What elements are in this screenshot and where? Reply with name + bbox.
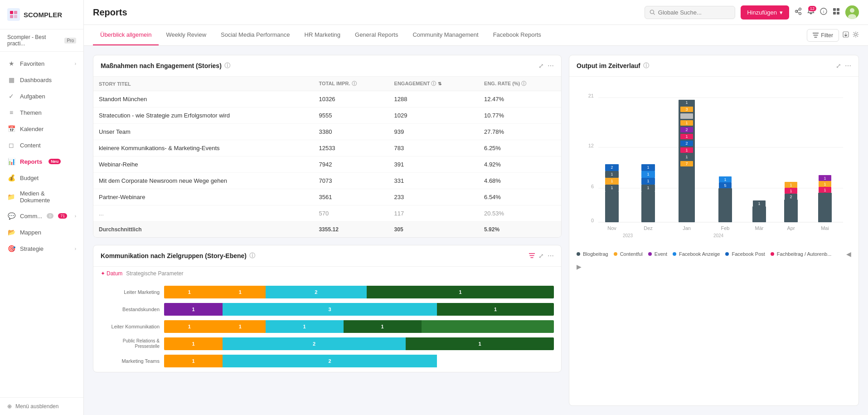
more-output-button[interactable]: ⋯ [845, 62, 851, 69]
tab-general[interactable]: General Reports [348, 25, 405, 45]
svg-text:Nov: Nov [607, 225, 616, 231]
sidebar-item-label: Content [20, 142, 41, 149]
sidebar-item-label: Strategie [20, 245, 44, 252]
hide-menu-button[interactable]: ⊕ Menü ausblenden [7, 403, 76, 410]
sidebar-item-kalender[interactable]: 📅 Kalender [0, 121, 83, 137]
bar-segment: 2 [266, 286, 367, 298]
grid-button[interactable] [833, 8, 840, 17]
bar-segment: 1 [344, 320, 422, 333]
svg-text:Dez: Dez [644, 225, 653, 231]
cell-rate: 6.25% [479, 140, 561, 156]
sidebar-item-strategie[interactable]: 🎯 Strategie › [0, 240, 83, 257]
search-input[interactable] [658, 9, 730, 16]
svg-text:2: 2 [685, 127, 688, 132]
info-button[interactable]: i [820, 8, 827, 17]
cell-eng: 1288 [389, 91, 479, 107]
svg-rect-2 [10, 15, 13, 18]
sidebar-item-content[interactable]: ◻ Content [0, 137, 83, 153]
card-actions: ⤢ ⋯ [538, 62, 554, 69]
search-box[interactable] [645, 6, 735, 19]
svg-text:1: 1 [611, 179, 613, 183]
card-actions: ⤢ ⋯ [836, 62, 851, 69]
content-icon: ◻ [7, 141, 15, 149]
cell-eng: 1029 [389, 107, 479, 124]
tab-facebook[interactable]: Facebook Reports [486, 25, 548, 45]
chart-prev-button[interactable]: ◀ [846, 250, 851, 258]
sort-icon[interactable]: ⇅ [438, 81, 441, 86]
tab-community[interactable]: Community Management [405, 25, 485, 45]
engagement-card-header: Maßnahmen nach Engagement (Stories) ⓘ ⤢ … [93, 55, 561, 77]
zero-badge: 0 [47, 213, 53, 219]
sidebar-item-comm[interactable]: 💬 Comm... 0 71 › [0, 208, 83, 224]
filter-button[interactable]: Filter [807, 29, 839, 42]
sidebar-item-medien[interactable]: 📁 Medien & Dokumente [0, 186, 83, 208]
card-actions: ⤢ ⋯ [529, 252, 554, 259]
svg-rect-10 [833, 12, 836, 15]
svg-text:Apr: Apr [787, 225, 795, 231]
avatar[interactable] [845, 5, 859, 19]
sidebar-item-themen[interactable]: ≡ Themen [0, 104, 83, 121]
expand-output-button[interactable]: ⤢ [836, 62, 841, 69]
sidebar-item-reports[interactable]: 📊 Reports Neu [0, 153, 83, 170]
expand-button[interactable]: ⤢ [538, 62, 544, 69]
table-row: Stratecution - wie Strategie zum Erfolgs… [93, 107, 561, 124]
sidebar-item-favoriten[interactable]: ★ Favoriten › [0, 55, 83, 72]
col-info-icon[interactable]: ⓘ [521, 81, 526, 86]
svg-line-5 [654, 13, 655, 15]
bar-segment: 1 [367, 286, 554, 298]
sidebar-item-aufgaben[interactable]: ✓ Aufgaben [0, 88, 83, 104]
filter-card-button[interactable] [529, 252, 535, 259]
calendar-icon: 📅 [7, 125, 15, 133]
sidebar-item-label: Comm... [20, 213, 42, 220]
left-column: Maßnahmen nach Engagement (Stories) ⓘ ⤢ … [93, 55, 562, 406]
sidebar-item-label: Favoriten [20, 60, 44, 67]
cell-eng: 117 [389, 205, 479, 222]
tab-social[interactable]: Social Media Performance [213, 25, 297, 45]
tab-uberblick[interactable]: Überblick allgemein [93, 25, 159, 45]
settings-button[interactable] [853, 31, 859, 39]
tab-hr[interactable]: HR Marketing [297, 25, 348, 45]
tab-weekly[interactable]: Weekly Review [159, 25, 213, 45]
kommunikation-card: Kommunikation nach Zielgruppen (Story-Eb… [93, 245, 562, 372]
chart-next-button[interactable]: ▶ [577, 263, 582, 270]
col-info-icon[interactable]: ⓘ [431, 81, 436, 86]
table-container: STORY TITEL TOTAL IMPR. ⓘ ENGAGEMENT ⓘ ⇅ [93, 77, 561, 237]
cell-eng: 939 [389, 124, 479, 140]
svg-text:1: 1 [647, 186, 649, 190]
share-icon [795, 8, 802, 15]
more-button[interactable]: ⋯ [548, 62, 554, 69]
top-header: Reports Hinzufügen ▾ 12 i [84, 0, 868, 25]
col-info-icon[interactable]: ⓘ [352, 81, 357, 86]
strategie-icon: 🎯 [7, 244, 15, 253]
pro-badge: Pro [64, 38, 76, 44]
expand-kommunikation-button[interactable]: ⤢ [538, 252, 544, 259]
share-button[interactable] [795, 8, 802, 17]
bar-row-marketing-teams: Marketing Teams 1 2 [101, 355, 554, 367]
bar-track: 1 2 1 [164, 337, 554, 350]
cell-eng: 391 [389, 156, 479, 173]
table-row: ... 570 117 20.53% [93, 205, 561, 222]
cell-rate: 12.47% [479, 91, 561, 107]
sidebar-item-dashboards[interactable]: ▦ Dashboards [0, 72, 83, 88]
cell-rate: 20.53% [479, 205, 561, 222]
reports-icon: 📊 [7, 157, 15, 166]
svg-text:1: 1 [724, 177, 726, 182]
sidebar-item-mappen[interactable]: 📂 Mappen [0, 224, 83, 240]
sidebar-item-budget[interactable]: 💰 Budget [0, 170, 83, 186]
more-kommunikation-button[interactable]: ⋯ [548, 252, 554, 259]
notification-button[interactable]: 12 [807, 8, 815, 17]
mappen-icon: 📂 [7, 228, 15, 236]
gear-icon [853, 31, 859, 38]
sidebar-item-label: Budget [20, 175, 39, 181]
svg-text:1: 1 [611, 186, 613, 190]
table-row: Mit dem Corporate Newsroom neue Wege geh… [93, 173, 561, 189]
svg-text:5: 5 [724, 183, 726, 188]
output-info-icon[interactable]: ⓘ [643, 62, 649, 70]
export-button[interactable] [843, 31, 849, 39]
chevron-right-icon: › [75, 214, 76, 219]
kommunikation-info-icon[interactable]: ⓘ [249, 252, 255, 260]
svg-text:1: 1 [685, 148, 688, 152]
add-button[interactable]: Hinzufügen ▾ [741, 5, 789, 20]
engagement-info-icon[interactable]: ⓘ [224, 62, 230, 70]
dashboard-icon: ▦ [7, 76, 15, 84]
